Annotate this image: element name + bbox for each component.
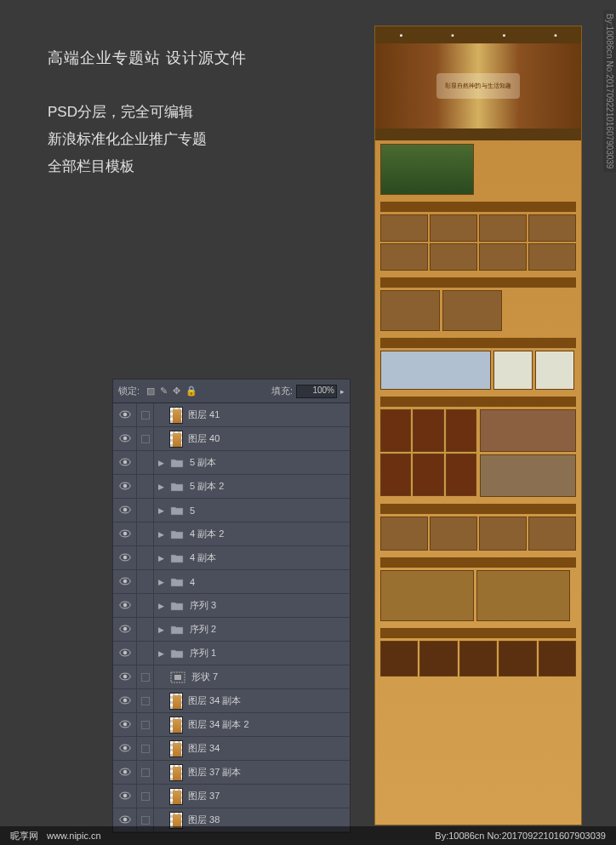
layer-row[interactable]: ▶4 (113, 570, 350, 594)
layer-name[interactable]: 序列 3 (190, 599, 350, 612)
layer-name[interactable]: 4 副本 (190, 551, 350, 564)
expand-arrow[interactable]: ▶ (154, 530, 168, 539)
layer-row[interactable]: 图层 40 (113, 427, 350, 451)
expand-arrow[interactable]: ▶ (154, 459, 168, 467)
expand-arrow[interactable]: ▶ (154, 649, 168, 658)
layer-row[interactable]: ▶4 副本 2 (113, 522, 350, 546)
link-col[interactable] (137, 642, 154, 665)
visibility-toggle[interactable] (113, 403, 137, 426)
visibility-toggle[interactable] (113, 737, 137, 760)
preview-thumb (380, 214, 428, 242)
visibility-toggle[interactable] (113, 665, 137, 688)
lock-brush-icon[interactable]: ✎ (160, 385, 168, 397)
layer-name[interactable]: 图层 41 (188, 408, 350, 421)
design-preview: ■■■■ 彰显自然神韵 与生活知趣 (374, 26, 582, 825)
expand-arrow[interactable]: ▶ (154, 578, 168, 586)
visibility-toggle[interactable] (113, 761, 137, 784)
layer-name[interactable]: 图层 38 (188, 814, 350, 826)
layer-row[interactable]: 形状 7 (113, 665, 350, 689)
preview-banner: 彰显自然神韵 与生活知趣 (375, 43, 581, 128)
visibility-toggle[interactable] (113, 451, 137, 474)
link-col[interactable] (137, 499, 154, 522)
visibility-toggle[interactable] (113, 713, 137, 736)
link-col[interactable] (137, 594, 154, 617)
visibility-toggle[interactable] (113, 475, 137, 498)
layer-row[interactable]: ▶4 副本 (113, 546, 350, 570)
preview-text (505, 290, 576, 331)
link-col[interactable] (137, 427, 154, 450)
link-col[interactable] (137, 403, 154, 426)
layer-name[interactable]: 4 副本 2 (190, 528, 350, 540)
layer-name[interactable]: 图层 34 (188, 742, 350, 755)
link-col[interactable] (137, 713, 154, 736)
link-col[interactable] (137, 546, 154, 569)
expand-arrow[interactable]: ▶ (154, 482, 168, 491)
preview-image (476, 570, 570, 621)
link-col[interactable] (137, 618, 154, 641)
visibility-toggle[interactable] (113, 499, 137, 522)
link-col[interactable] (137, 522, 154, 545)
link-col[interactable] (137, 570, 154, 593)
visibility-toggle[interactable] (113, 427, 137, 450)
layer-thumbnail[interactable] (169, 788, 183, 805)
layer-row[interactable]: 图层 37 副本 (113, 761, 350, 785)
fill-input[interactable]: 100% (296, 385, 337, 398)
layer-name[interactable]: 形状 7 (191, 671, 350, 683)
visibility-toggle[interactable] (113, 618, 137, 641)
link-col[interactable] (137, 451, 154, 474)
visibility-toggle[interactable] (113, 689, 137, 712)
layer-row[interactable]: ▶5 副本 (113, 451, 350, 475)
layer-name[interactable]: 5 副本 (190, 456, 350, 469)
lock-position-icon[interactable]: ✥ (173, 385, 180, 397)
layer-thumbnail[interactable] (169, 431, 183, 448)
visibility-toggle[interactable] (113, 642, 137, 665)
layer-name[interactable]: 图层 37 副本 (188, 766, 350, 779)
layer-row[interactable]: ▶序列 2 (113, 618, 350, 642)
layer-name[interactable]: 4 (190, 577, 350, 587)
lock-transparency-icon[interactable]: ▨ (146, 385, 155, 397)
expand-arrow[interactable]: ▶ (154, 554, 168, 562)
expand-arrow[interactable]: ▶ (154, 625, 168, 634)
layer-row[interactable]: 图层 34 (113, 737, 350, 761)
layer-thumbnail[interactable] (169, 764, 183, 781)
link-col[interactable] (137, 761, 154, 784)
link-col[interactable] (137, 785, 154, 808)
layer-name[interactable]: 序列 2 (190, 623, 350, 636)
layer-name[interactable]: 5 副本 2 (190, 480, 350, 493)
visibility-toggle[interactable] (113, 522, 137, 545)
visibility-toggle[interactable] (113, 594, 137, 617)
layer-row[interactable]: ▶序列 1 (113, 642, 350, 665)
layer-row[interactable]: 图层 41 (113, 403, 350, 427)
expand-arrow[interactable]: ▶ (154, 602, 168, 610)
link-col[interactable] (137, 689, 154, 712)
link-col[interactable] (137, 737, 154, 760)
layer-name[interactable]: 图层 34 副本 2 (188, 718, 350, 731)
expand-arrow[interactable]: ▶ (154, 506, 168, 515)
layer-row[interactable]: ▶5 副本 2 (113, 475, 350, 499)
layer-row[interactable]: ▶序列 3 (113, 594, 350, 618)
layer-name[interactable]: 图层 34 副本 (188, 694, 350, 707)
layer-thumbnail[interactable] (169, 740, 183, 757)
visibility-toggle[interactable] (113, 546, 137, 569)
layer-name[interactable]: 序列 1 (190, 647, 350, 659)
layer-name[interactable]: 图层 37 (188, 790, 350, 802)
layer-row[interactable]: 图层 34 副本 2 (113, 713, 350, 737)
svg-rect-25 (174, 675, 181, 680)
layer-row[interactable]: 图层 34 副本 (113, 689, 350, 713)
layer-name[interactable]: 图层 40 (188, 432, 350, 445)
preview-image (493, 351, 533, 390)
lock-icons[interactable]: ▨ ✎ ✥ 🔒 (146, 385, 197, 397)
description-block: PSD分层，完全可编辑 新浪标准化企业推广专题 全部栏目模板 (48, 99, 207, 180)
layer-name[interactable]: 5 (190, 505, 350, 516)
layer-thumbnail[interactable] (169, 407, 183, 424)
layer-thumbnail[interactable] (169, 717, 183, 734)
layer-row[interactable]: ▶5 (113, 499, 350, 522)
layer-row[interactable]: 图层 37 (113, 785, 350, 808)
visibility-toggle[interactable] (113, 570, 137, 593)
link-col[interactable] (137, 475, 154, 498)
link-col[interactable] (137, 665, 154, 688)
lock-all-icon[interactable]: 🔒 (185, 385, 197, 397)
layer-thumbnail[interactable] (169, 693, 183, 710)
chevron-right-icon[interactable]: ▸ (340, 387, 345, 396)
visibility-toggle[interactable] (113, 785, 137, 808)
